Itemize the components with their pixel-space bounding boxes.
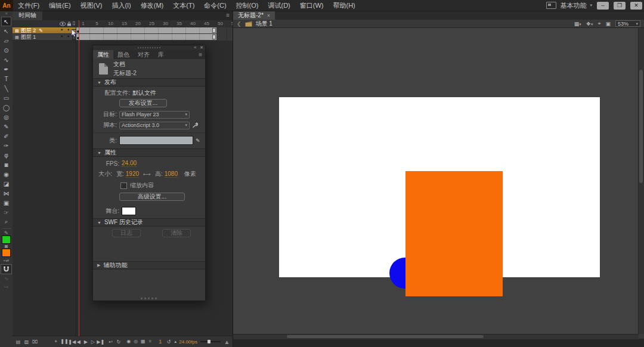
menu-item[interactable]: 修改(M) [136, 0, 169, 11]
center-stage-icon[interactable]: ⌖ [597, 20, 600, 27]
publish-settings-button[interactable]: 发布设置... [119, 99, 167, 107]
panel-tab[interactable]: 颜色 [113, 50, 134, 59]
panel-tab[interactable]: 属性 [93, 50, 113, 59]
back-icon[interactable]: ❮ [237, 21, 242, 27]
menu-item[interactable]: 视图(V) [76, 0, 107, 11]
frame-span[interactable] [76, 34, 216, 40]
paint-brush-tool[interactable]: ✑ [1, 141, 11, 150]
restore-button[interactable]: ❐ [614, 2, 626, 10]
oval-tool[interactable]: ◯ [1, 103, 11, 112]
stroke-pencil-icon[interactable]: ✎ [4, 231, 9, 236]
edit-symbols-icon[interactable]: ❖▾ [586, 21, 593, 27]
class-input[interactable] [119, 136, 193, 145]
menu-item[interactable]: 编辑(E) [44, 0, 76, 11]
fill-color-swatch[interactable] [2, 249, 11, 257]
eyedropper-tool[interactable]: ◉ [1, 169, 11, 179]
pen-tool[interactable]: ✒ [1, 64, 11, 74]
rectangle-tool[interactable]: ▭ [1, 93, 11, 103]
lasso-tool[interactable]: ∿ [1, 55, 11, 64]
timeline-zoom-slider-thumb[interactable] [208, 340, 210, 343]
document-name[interactable]: 无标题-2 [113, 69, 137, 78]
text-tool[interactable]: T [1, 74, 11, 83]
end-frame-marker[interactable] [212, 28, 216, 33]
first-frame-button[interactable]: ❚◀ [68, 339, 75, 345]
script-dropdown[interactable]: ActionScript 3.0 ▾ [119, 122, 190, 129]
show-hide-all-layers-icon[interactable] [60, 21, 66, 26]
layer-visibility-dot[interactable]: • [61, 33, 63, 39]
loop-button[interactable]: ↻ [115, 339, 122, 345]
step-forward-button[interactable]: ▷ [89, 339, 96, 345]
profile-value[interactable]: 默认文件 [132, 89, 156, 97]
timeline-ruler[interactable]: 1510152025303540455055 [76, 20, 233, 27]
rotation-3d-tool[interactable]: ⊙ [1, 45, 11, 55]
layer-visibility-dot[interactable]: • [61, 27, 63, 33]
line-tool[interactable]: ╲ [1, 83, 11, 93]
camera-tool[interactable]: ▣ [1, 198, 11, 207]
clip-content-icon[interactable]: ▣ [605, 21, 611, 27]
layer-row[interactable]: ▤ 图层 2 ✎ • • [13, 27, 233, 34]
properties-panel-menu-icon[interactable]: ≡ [196, 50, 205, 59]
panel-tab[interactable]: 库 [154, 50, 168, 59]
menu-item[interactable]: 文本(T) [168, 0, 199, 11]
onion-skin-button[interactable]: ◉ [125, 339, 132, 345]
width-value[interactable]: 1920 [126, 171, 139, 178]
swf-clear-button[interactable]: 清除 [162, 229, 191, 237]
document-tab-close-icon[interactable]: × [267, 13, 270, 18]
free-transform-tool[interactable]: ▱ [1, 36, 11, 45]
script-settings-wrench-icon[interactable] [192, 122, 198, 128]
layer-lock-dot[interactable]: • [67, 33, 69, 39]
swf-log-button[interactable]: 日志 [112, 229, 141, 237]
panel-collapse-icon[interactable]: « [192, 45, 198, 50]
timeline-zoom-in-icon[interactable]: ▲ [224, 339, 230, 345]
width-tool[interactable]: ⋈ [1, 188, 11, 198]
brush-tool[interactable]: ✐ [1, 131, 11, 141]
properties-panel-header[interactable]: ✕ « [93, 45, 205, 50]
panel-drag-grip[interactable] [138, 47, 162, 48]
eraser-tool[interactable]: ◪ [1, 179, 11, 188]
lock-all-layers-icon[interactable] [67, 21, 72, 26]
modify-markers-button[interactable]: ⌗ [147, 339, 153, 345]
subselection-tool[interactable]: ↖ [1, 26, 11, 36]
close-button[interactable]: ✕ [630, 2, 642, 10]
snap-to-objects-button[interactable] [1, 264, 12, 274]
menu-item[interactable]: 插入(I) [107, 0, 135, 11]
fill-bucket-icon[interactable]: ◙ [5, 244, 8, 249]
workspace-switcher-icon[interactable] [546, 2, 556, 9]
menu-item[interactable]: 帮助(H) [329, 0, 360, 11]
section-publish[interactable]: ▼ 发布 [93, 78, 205, 86]
playhead[interactable] [79, 20, 79, 336]
hand-tool[interactable]: ☞ [1, 207, 11, 217]
panel-close-icon[interactable]: ✕ [198, 45, 205, 50]
layer-row[interactable]: ▤ 图层 1 • • [13, 34, 233, 41]
timeline-zoom-slider[interactable] [200, 341, 221, 342]
tool-option-icon-2[interactable]: ↪ [4, 283, 9, 291]
horizontal-scrollbar[interactable] [233, 334, 639, 339]
menu-item[interactable]: 调试(D) [264, 0, 295, 11]
end-frame-marker[interactable] [212, 35, 216, 39]
play-button[interactable]: ▶ [82, 339, 89, 345]
menu-item[interactable]: 窗口(W) [295, 0, 329, 11]
paint-bucket-tool[interactable]: ◙ [1, 160, 11, 169]
menu-item[interactable]: 文件(F) [13, 0, 44, 11]
tool-option-icon-1[interactable]: ∿ [4, 274, 9, 283]
menu-item[interactable]: 命令(C) [199, 0, 231, 11]
swap-colors-icon[interactable]: ⇄ [6, 259, 9, 262]
advanced-settings-button[interactable]: 高级设置... [119, 193, 185, 201]
stage-zoom-dropdown[interactable]: 53% ▾ [615, 20, 640, 27]
loop-range-button[interactable]: ↩ [107, 339, 114, 345]
edit-scene-icon[interactable]: ▦▾ [574, 21, 581, 27]
timeline-column-divider[interactable] [76, 20, 76, 336]
height-value[interactable]: 1080 [165, 171, 178, 178]
zoom-tool[interactable]: ⌕ [1, 217, 11, 227]
tab-timeline[interactable]: 时间轴 [13, 11, 42, 20]
panel-tab[interactable]: 对齐 [134, 50, 154, 59]
frame-rate-indicator[interactable]: 24.00fps [179, 339, 197, 345]
document-tab[interactable]: 无标题-2* × [233, 11, 275, 20]
horizontal-scrollbar-thumb[interactable] [287, 335, 484, 338]
timeline-zoom-reset-icon[interactable]: ↺ [165, 339, 172, 345]
selection-tool[interactable]: ↖ [1, 17, 11, 26]
layer-lock-dot[interactable]: • [67, 27, 69, 33]
class-edit-pencil-icon[interactable]: ✎ [196, 138, 200, 144]
layer-name-cell[interactable]: ▤ 图层 1 • • [13, 34, 76, 41]
minimize-button[interactable]: – [597, 2, 609, 10]
